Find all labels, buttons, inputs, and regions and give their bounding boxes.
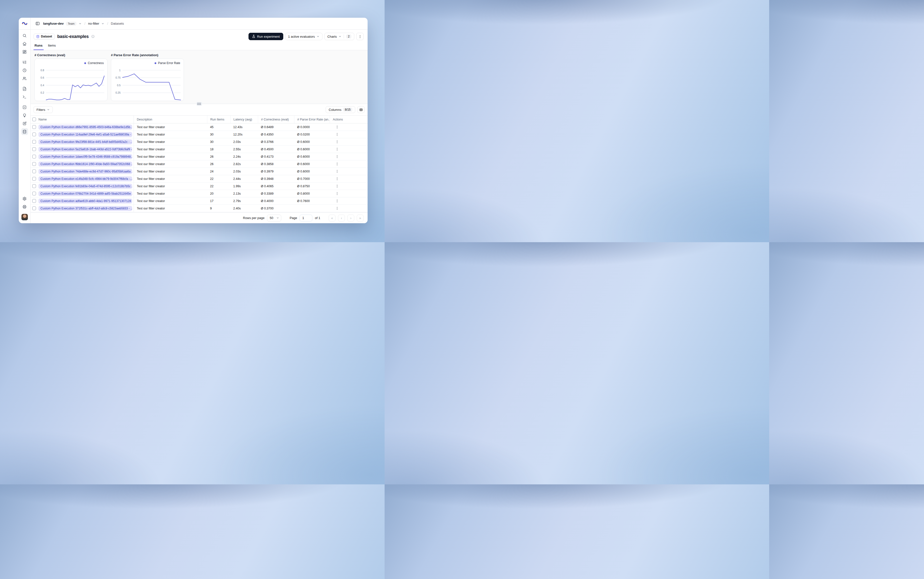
table-row[interactable]: Custom Python Execution fe91b83e-04a5-47… xyxy=(31,183,368,190)
row-actions-button[interactable] xyxy=(334,198,340,204)
page-number-input[interactable] xyxy=(300,214,312,221)
langfuse-logo[interactable] xyxy=(19,18,30,29)
sidebar-item-settings[interactable] xyxy=(21,195,28,202)
row-actions-button[interactable] xyxy=(334,206,340,211)
next-page-button[interactable]: › xyxy=(347,214,354,221)
sidebar-item-home[interactable] xyxy=(21,40,28,47)
run-description: Test our filter creator xyxy=(134,175,207,182)
run-name-link[interactable]: Custom Python Execution e14fa348-5cfc-49… xyxy=(38,177,132,182)
row-checkbox[interactable] xyxy=(32,199,36,203)
row-checkbox[interactable] xyxy=(32,155,36,159)
breadcrumb-org[interactable]: langfuse-dev xyxy=(43,22,64,25)
column-header-latency[interactable]: Latency (avg) xyxy=(230,116,258,123)
row-checkbox[interactable] xyxy=(32,162,36,166)
table-row[interactable]: Custom Python Execution adfae619-abb0-4d… xyxy=(31,197,368,205)
row-actions-button[interactable] xyxy=(334,139,340,145)
sidebar-item-prompts[interactable] xyxy=(21,85,28,92)
panel-resize-handle[interactable] xyxy=(197,102,202,106)
row-actions-button[interactable] xyxy=(334,132,340,137)
row-checkbox[interactable] xyxy=(32,170,36,173)
sidebar-item-evaluation[interactable] xyxy=(21,104,28,111)
row-actions-button[interactable] xyxy=(334,124,340,130)
tab-runs[interactable]: Runs xyxy=(34,43,43,50)
tab-items[interactable]: Items xyxy=(48,43,56,50)
row-height-button[interactable] xyxy=(357,106,365,113)
sidebar-item-annotation-queues[interactable] xyxy=(21,120,28,127)
table-row[interactable]: Custom Python Execution 74de488e-ec9d-47… xyxy=(31,168,368,175)
sidebar-item-support[interactable] xyxy=(21,203,28,210)
row-checkbox[interactable] xyxy=(32,147,36,151)
row-checkbox[interactable] xyxy=(32,177,36,181)
table-row[interactable]: Custom Python Execution e14fa348-5cfc-49… xyxy=(31,175,368,183)
run-name-link[interactable]: Custom Python Execution fe91b83e-04a5-47… xyxy=(38,184,132,189)
column-header-parse-error-rate[interactable]: # Parse Error Rate (an... xyxy=(294,116,329,123)
run-name-link[interactable]: Custom Python Execution f6bb1614-1f90-40… xyxy=(38,162,132,167)
first-page-button[interactable]: « xyxy=(329,214,336,221)
run-latency: 2.44s xyxy=(230,175,258,182)
row-checkbox[interactable] xyxy=(32,132,36,136)
info-icon[interactable] xyxy=(91,35,95,38)
chevron-down-icon[interactable] xyxy=(101,22,104,25)
run-name-link[interactable]: Custom Python Execution 076b2704-341d-48… xyxy=(38,191,132,196)
row-actions-button[interactable] xyxy=(334,168,340,175)
parse-error-chart-card: 0.250.50.751 Parse Error Rate xyxy=(111,59,184,101)
sidebar-item-search[interactable] xyxy=(21,32,28,39)
last-page-button[interactable]: » xyxy=(357,214,364,221)
support-icon xyxy=(23,205,27,209)
row-actions-button[interactable] xyxy=(334,183,340,189)
chevron-down-icon[interactable] xyxy=(79,22,82,25)
table-row[interactable]: Custom Python Execution 114aa9ef-29e6-4e… xyxy=(31,131,368,138)
columns-button[interactable]: Columns 8/15 xyxy=(326,106,355,113)
breadcrumb-project[interactable]: no-filter xyxy=(88,22,99,25)
table-row[interactable]: Custom Python Execution 9fe23f98-881e-44… xyxy=(31,138,368,146)
select-all-checkbox[interactable] xyxy=(32,118,36,121)
charts-dropdown[interactable]: Charts 2 xyxy=(324,33,354,40)
run-name-link[interactable]: Custom Python Execution 5a15a616-1bab-44… xyxy=(38,147,132,152)
row-actions-button[interactable] xyxy=(334,161,340,167)
sidebar-item-tracing[interactable] xyxy=(21,59,28,65)
row-checkbox[interactable] xyxy=(32,125,36,129)
sidebar-item-users[interactable] xyxy=(21,75,28,82)
sidebar-item-dashboards[interactable] xyxy=(21,48,28,55)
column-header-correctness[interactable]: # Correctness (eval) xyxy=(258,116,294,123)
sidebar-item-playground[interactable] xyxy=(21,93,28,100)
sidebar-item-sessions[interactable] xyxy=(21,67,28,74)
row-checkbox[interactable] xyxy=(32,206,36,210)
page-total-label: of 1 xyxy=(315,216,320,220)
previous-page-button[interactable]: ‹ xyxy=(338,214,345,221)
rows-per-page-select[interactable]: 50 xyxy=(267,214,281,221)
more-actions-button[interactable] xyxy=(356,33,364,40)
sidebar-toggle-icon[interactable] xyxy=(34,20,41,27)
row-actions-button[interactable] xyxy=(334,154,340,160)
table-row[interactable]: Custom Python Execution 076b2704-341d-48… xyxy=(31,190,368,197)
row-actions-button[interactable] xyxy=(334,146,340,152)
run-latency: 2.03s xyxy=(230,138,258,146)
table-row[interactable]: Custom Python Execution 371f531c-abff-4d… xyxy=(31,205,368,212)
sidebar-item-datasets[interactable] xyxy=(21,128,28,135)
row-actions-button[interactable] xyxy=(334,176,340,182)
column-header-name[interactable]: Name xyxy=(38,116,134,123)
run-name-link[interactable]: Custom Python Execution d66e7991-8595-45… xyxy=(38,125,132,129)
table-row[interactable]: Custom Python Execution 5a15a616-1bab-44… xyxy=(31,146,368,153)
column-header-description[interactable]: Description xyxy=(134,116,207,123)
run-name-link[interactable]: Custom Python Execution adfae619-abb0-4d… xyxy=(38,199,132,203)
run-name-link[interactable]: Custom Python Execution 9fe23f98-881e-44… xyxy=(38,139,132,144)
run-name-link[interactable]: Custom Python Execution 1daec0f9-5e78-43… xyxy=(38,154,132,159)
row-actions-button[interactable] xyxy=(334,191,340,196)
sidebar-item-llm-judge[interactable] xyxy=(21,112,28,119)
filters-button[interactable]: Filters xyxy=(34,106,53,113)
row-checkbox[interactable] xyxy=(32,192,36,195)
run-name-link[interactable]: Custom Python Execution 74de488e-ec9d-47… xyxy=(38,169,132,174)
table-row[interactable]: Custom Python Execution f6bb1614-1f90-40… xyxy=(31,160,368,168)
breadcrumb-section[interactable]: Datasets xyxy=(111,22,124,25)
table-row[interactable]: Custom Python Execution 1daec0f9-5e78-43… xyxy=(31,153,368,160)
run-name-link[interactable]: Custom Python Execution 114aa9ef-29e6-4e… xyxy=(38,132,132,137)
run-experiment-button[interactable]: Run experiment xyxy=(249,33,283,40)
row-checkbox[interactable] xyxy=(32,140,36,144)
user-avatar[interactable] xyxy=(21,214,28,220)
row-checkbox[interactable] xyxy=(32,184,36,188)
column-header-run-items[interactable]: Run Items xyxy=(207,116,230,123)
table-row[interactable]: Custom Python Execution d66e7991-8595-45… xyxy=(31,123,368,131)
active-evaluators-dropdown[interactable]: 1 active evaluators xyxy=(285,33,323,40)
run-name-link[interactable]: Custom Python Execution 371f531c-abff-4d… xyxy=(38,206,132,211)
